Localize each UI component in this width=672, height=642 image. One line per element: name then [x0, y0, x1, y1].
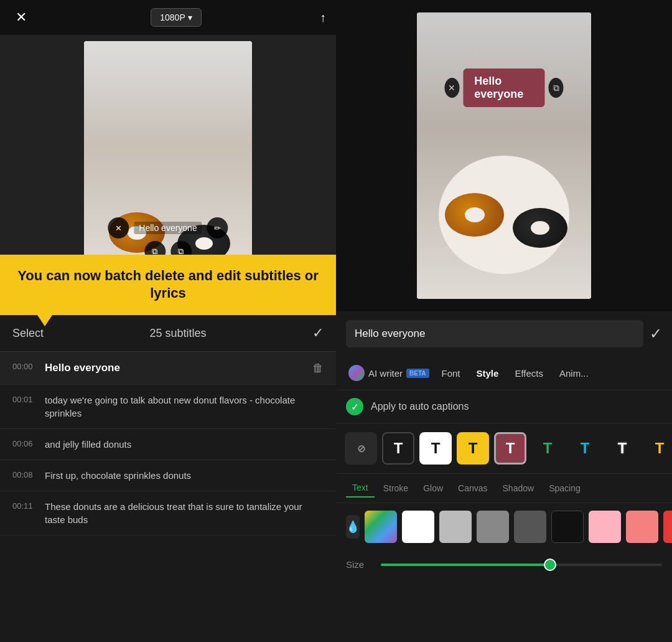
sub-tab-spacing[interactable]: Spacing — [543, 479, 587, 497]
size-label: Size — [346, 559, 371, 570]
style-orange-button[interactable]: T — [643, 432, 672, 465]
tooltip-bubble: You can now batch delete and edit subtit… — [0, 255, 336, 315]
delete-icon[interactable]: 🗑 — [312, 361, 324, 375]
resolution-label: 1080P — [160, 12, 185, 22]
tooltip-tail — [37, 315, 52, 326]
video-preview-right: ✕ Hello everyone ⧉ — [336, 0, 672, 311]
style-box-red-button[interactable]: T — [494, 432, 526, 465]
edit-ctrl-button[interactable]: ✏ — [207, 217, 228, 238]
sub-tabs-row: Text Stroke Glow Canvas Shadow Spacing — [336, 474, 672, 503]
style-none-button[interactable]: ⊘ — [345, 432, 377, 465]
delete-ctrl-button[interactable]: ✕ — [108, 217, 129, 238]
caption-bubble: ✕ Hello everyone ⧉ — [444, 68, 563, 107]
sub-tab-shadow[interactable]: Shadow — [497, 479, 541, 497]
subtitle-list: 00:00 Hello everyone 🗑 00:01 today we're… — [0, 352, 336, 642]
text-input-row: ✓ — [336, 311, 672, 356]
subtitle-text: Hello everyone — [45, 361, 302, 375]
top-bar: ✕ 1080P ▾ ↑ — [0, 0, 336, 35]
video-frame-right: ✕ Hello everyone ⧉ — [417, 12, 591, 299]
confirm-button[interactable]: ✓ — [650, 325, 662, 342]
tabs-row: AI writer BETA Font Style Effects Anim..… — [336, 356, 672, 390]
tab-animate[interactable]: Anim... — [553, 364, 595, 382]
swatch-red[interactable] — [663, 511, 672, 543]
swatch-white[interactable] — [402, 511, 434, 543]
subtitle-text: First up, chocolate sprinkles donuts — [45, 469, 324, 482]
table-row: 00:11 These donuts are a delicious treat… — [0, 491, 336, 536]
sub-tab-canvas[interactable]: Canvas — [452, 479, 493, 497]
eyedropper-button[interactable]: 💧 — [346, 515, 360, 539]
auto-captions-label: Apply to auto captions — [371, 401, 469, 412]
size-slider-fill — [381, 564, 549, 566]
resolution-button[interactable]: 1080P ▾ — [151, 8, 201, 27]
subtitle-time: 00:08 — [12, 469, 35, 479]
table-row: 00:06 and jelly filled donuts — [0, 429, 336, 460]
size-slider-thumb[interactable] — [544, 559, 556, 571]
auto-captions-check[interactable]: ✓ — [346, 398, 363, 415]
export-button[interactable]: ↑ — [320, 11, 326, 25]
swatch-gray[interactable] — [477, 511, 509, 543]
resolution-arrow: ▾ — [188, 12, 192, 22]
beta-badge: BETA — [406, 369, 429, 378]
right-donut-chocolate — [513, 208, 567, 248]
caption-resize-button[interactable]: ⧉ — [549, 78, 564, 98]
table-row: 00:01 today we're going to talk about ne… — [0, 385, 336, 429]
subtitle-text: today we're going to talk about new donu… — [45, 394, 324, 420]
tab-effects[interactable]: Effects — [508, 364, 549, 382]
style-green-button[interactable]: T — [531, 432, 564, 465]
right-donut-background — [417, 12, 591, 299]
style-box-yellow-button[interactable]: T — [457, 432, 489, 465]
swatch-pink[interactable] — [589, 511, 621, 543]
ai-writer-label: AI writer — [368, 368, 403, 379]
ai-globe-icon — [348, 365, 365, 381]
size-slider-track — [381, 564, 662, 566]
size-row: Size — [336, 550, 672, 578]
swatch-rainbow[interactable] — [365, 511, 397, 543]
subtitle-time: 00:11 — [12, 500, 35, 511]
subtitle-count: 25 subtitles — [149, 327, 206, 340]
left-panel: ✕ 1080P ▾ ↑ ✕ Hello everyone ✏ ⧉ ⧉ — [0, 0, 336, 642]
sub-tab-glow[interactable]: Glow — [417, 479, 449, 497]
swatch-light-gray[interactable] — [439, 511, 472, 543]
swatch-rose[interactable] — [626, 511, 658, 543]
sub-tab-stroke[interactable]: Stroke — [377, 479, 414, 497]
swatch-dark-gray[interactable] — [514, 511, 546, 543]
video-preview-left: ✕ Hello everyone ✏ ⧉ ⧉ You can now batch… — [0, 35, 336, 315]
swatch-black[interactable] — [551, 511, 584, 543]
auto-captions-row: ✓ Apply to auto captions — [336, 390, 672, 423]
text-input-field[interactable] — [346, 320, 643, 347]
style-plain-button[interactable]: T — [382, 432, 414, 465]
confirm-icon[interactable]: ✓ — [312, 325, 324, 341]
table-row: 00:08 First up, chocolate sprinkles donu… — [0, 460, 336, 491]
table-row: 00:00 Hello everyone 🗑 — [0, 352, 336, 385]
subtitle-text: These donuts are a delicious treat that … — [45, 500, 324, 526]
subtitle-overlay-text: Hello everyone — [134, 222, 202, 234]
right-panel: ✕ Hello everyone ⧉ ✓ AI writer BETA Font… — [336, 0, 672, 642]
subtitle-time: 00:01 — [12, 394, 35, 404]
subtitle-time: 00:06 — [12, 438, 35, 448]
ai-writer-button[interactable]: AI writer BETA — [346, 361, 432, 385]
subtitle-text: and jelly filled donuts — [45, 438, 324, 451]
tab-style[interactable]: Style — [470, 364, 505, 382]
style-icons-row: ⊘ T T T T T T T T — [336, 423, 672, 474]
style-stroke-button[interactable]: T — [606, 432, 638, 465]
style-box-white-button[interactable]: T — [419, 432, 452, 465]
tooltip-message: You can now batch delete and edit subtit… — [17, 268, 319, 301]
subtitle-time: 00:00 — [12, 361, 35, 371]
subtitles-section: Select 25 subtitles ✓ 00:00 Hello everyo… — [0, 315, 336, 642]
select-label: Select — [12, 327, 44, 340]
subtitle-controls: ✕ Hello everyone ✏ — [108, 217, 228, 238]
sub-tab-text[interactable]: Text — [346, 479, 375, 498]
caption-text-display: Hello everyone — [463, 68, 544, 107]
close-button[interactable]: ✕ — [10, 6, 32, 29]
color-row: 💧 — [336, 503, 672, 550]
style-cyan-button[interactable]: T — [569, 432, 601, 465]
right-donut-glazed — [445, 193, 504, 237]
caption-close-button[interactable]: ✕ — [444, 78, 459, 98]
tab-font[interactable]: Font — [436, 364, 467, 382]
